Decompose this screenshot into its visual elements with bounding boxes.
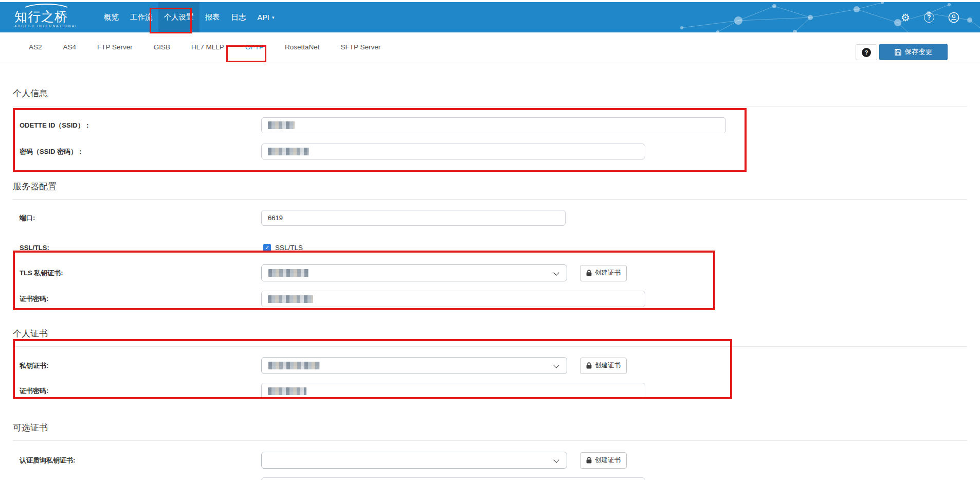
optional-cert-password-input[interactable]: [261, 477, 645, 480]
section-divider: [13, 346, 967, 347]
section-divider: [13, 106, 967, 106]
field-label: ODETTE ID（SSID）：: [13, 121, 261, 130]
tab-as4[interactable]: AS4: [56, 32, 84, 62]
field-label: 私钥证书:: [13, 361, 261, 370]
gear-icon[interactable]: ⚙: [901, 12, 910, 23]
nav-item-api[interactable]: API ▾: [252, 2, 280, 32]
top-nav: 知行之桥 ARCESB INTERNATIONAL 概览 工作流 个人设置 报表…: [0, 2, 980, 32]
field-label: 证书密码:: [13, 294, 261, 304]
create-certificate-button[interactable]: 创建证书: [580, 358, 627, 374]
field-label: TLS 私钥证书:: [13, 269, 261, 278]
tab-gisb[interactable]: GISB: [147, 32, 177, 62]
oftp-settings-page: 知行之桥 ARCESB INTERNATIONAL 概览 工作流 个人设置 报表…: [0, 0, 980, 480]
nav-item-api-label: API: [258, 13, 269, 22]
nav-item-overview[interactable]: 概览: [98, 2, 124, 32]
create-certificate-button[interactable]: 创建证书: [580, 265, 627, 281]
nav-icon-group: ⚙ ?: [901, 2, 959, 32]
form-row-tls-private-key-cert: TLS 私钥证书: 创建证书: [13, 264, 967, 281]
redacted-value: [268, 121, 295, 129]
form-row-ssid-password: 密码（SSID 密码）：: [13, 144, 967, 159]
section-title-server-config: 服务器配置: [13, 181, 967, 192]
checkbox-label: SSL/TLS: [275, 244, 303, 252]
logo-subtitle: ARCESB INTERNATIONAL: [14, 24, 82, 28]
section-divider: [13, 440, 967, 441]
checkmark-icon: ✓: [265, 245, 269, 251]
user-circle-icon[interactable]: [948, 12, 959, 23]
personal-cert-password-input[interactable]: [261, 383, 645, 399]
section-title-optional-cert: 可选证书: [13, 422, 967, 434]
lock-icon: [586, 362, 592, 369]
chevron-down-icon: ▾: [272, 15, 275, 20]
redacted-value: [268, 362, 320, 369]
port-input[interactable]: [261, 210, 566, 226]
odette-id-input[interactable]: [261, 117, 726, 133]
redacted-value: [268, 387, 306, 395]
save-icon: [895, 49, 901, 56]
section-title-personal-info: 个人信息: [13, 88, 967, 99]
form-row-private-key-cert: 私钥证书: 创建证书: [13, 357, 967, 374]
section-title-personal-cert: 个人证书: [13, 328, 967, 340]
tls-private-key-cert-select[interactable]: [261, 264, 567, 281]
form-row-port: 端口:: [13, 210, 967, 226]
tab-rosettanet[interactable]: RosettaNet: [278, 32, 327, 62]
create-certificate-button[interactable]: 创建证书: [580, 452, 627, 469]
tls-cert-password-input[interactable]: [261, 291, 645, 307]
form-row-cert-password: 证书密码:: [13, 291, 967, 307]
field-label: 证书密码:: [13, 386, 261, 396]
nav-item-logs[interactable]: 日志: [226, 2, 252, 32]
logo-arc: [22, 4, 71, 17]
lock-icon: [586, 457, 592, 464]
nav-menu: 概览 工作流 个人设置 报表 日志 API ▾: [98, 2, 280, 32]
field-label: 端口:: [13, 214, 261, 223]
chevron-down-icon: [553, 457, 559, 463]
nav-item-reports[interactable]: 报表: [199, 2, 226, 32]
create-certificate-label: 创建证书: [595, 269, 621, 277]
tab-hl7-mllp[interactable]: HL7 MLLP: [184, 32, 231, 62]
redacted-value: [268, 148, 309, 155]
ssid-password-input[interactable]: [261, 144, 645, 159]
settings-form: 个人信息 ODETTE ID（SSID）： 密码（SSID 密码）： 服务器配置…: [0, 88, 980, 480]
form-row-auth-challenge-cert: 认证质询私钥证书: 创建证书: [13, 452, 967, 469]
redacted-value: [268, 295, 313, 303]
auth-challenge-key-cert-select[interactable]: [261, 452, 567, 469]
nav-item-workflows[interactable]: 工作流: [124, 2, 158, 32]
page-help-button[interactable]: ?: [856, 44, 877, 60]
field-label: SSL/TLS:: [13, 244, 261, 252]
lock-icon: [586, 270, 592, 276]
section-divider: [13, 199, 967, 200]
chevron-down-icon: [553, 362, 559, 368]
tab-ftp-server[interactable]: FTP Server: [90, 32, 140, 62]
field-label: 认证质询私钥证书:: [13, 456, 261, 465]
private-key-cert-select[interactable]: [261, 357, 567, 374]
create-certificate-label: 创建证书: [595, 361, 621, 370]
question-icon: ?: [862, 48, 871, 57]
form-row-cert-password: 证书密码:: [13, 477, 967, 480]
ssl-tls-checkbox[interactable]: ✓: [263, 244, 271, 252]
tab-sftp-server[interactable]: SFTP Server: [333, 32, 388, 62]
tab-as2[interactable]: AS2: [22, 32, 49, 62]
nav-item-profile-settings[interactable]: 个人设置: [158, 2, 199, 32]
redacted-value: [268, 269, 308, 277]
protocol-tab-bar: AS2 AS4 FTP Server GISB HL7 MLLP OFTP Ro…: [0, 32, 980, 62]
form-row-ssl-tls: SSL/TLS: ✓ SSL/TLS: [13, 240, 967, 256]
create-certificate-label: 创建证书: [595, 456, 621, 465]
form-row-odette-id: ODETTE ID（SSID）：: [13, 117, 967, 133]
help-circle-icon[interactable]: ?: [924, 12, 934, 23]
tab-oftp[interactable]: OFTP: [238, 32, 271, 62]
field-label: 密码（SSID 密码）：: [13, 147, 261, 156]
chevron-down-icon: [553, 270, 559, 275]
app-logo[interactable]: 知行之桥 ARCESB INTERNATIONAL: [14, 7, 82, 28]
form-row-cert-password: 证书密码:: [13, 383, 967, 399]
save-changes-button[interactable]: 保存变更: [879, 44, 948, 60]
save-changes-label: 保存变更: [905, 47, 933, 57]
